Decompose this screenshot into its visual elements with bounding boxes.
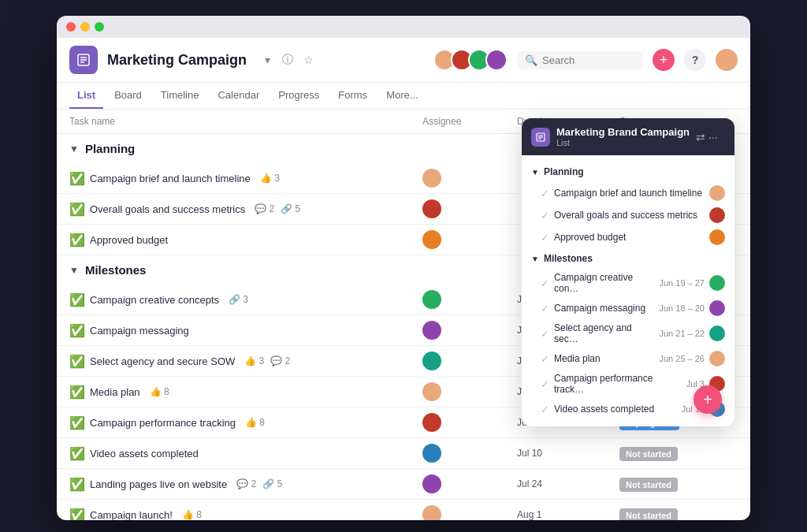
project-title: Marketing Campaign	[107, 52, 247, 69]
task-name-cell: ✅ Campaign creative concepts 🔗 3	[69, 292, 422, 307]
panel-check-icon: ✓	[541, 353, 549, 365]
panel-add-button[interactable]: +	[694, 385, 722, 414]
tab-board[interactable]: Board	[106, 83, 150, 109]
assignee-avatar	[422, 230, 441, 249]
panel-header: Marketing Brand Campaign List ⇄ ···	[522, 118, 734, 155]
avatar-group	[433, 49, 508, 71]
assignee-avatar	[422, 382, 441, 401]
panel-section-milestones-label: Milestones	[544, 253, 593, 264]
assignee-avatar	[422, 444, 441, 463]
task-name: Landing pages live on website	[90, 478, 227, 490]
date-cell: Jul 24	[517, 478, 619, 489]
panel-arrow-icon: ▼	[531, 168, 539, 177]
task-name: Approved budget	[90, 234, 168, 246]
th-assignee: Assignee	[422, 116, 517, 127]
assignee-avatar	[422, 169, 441, 188]
task-name-cell: ✅ Select agency and secure SOW 👍 3 💬 2	[69, 354, 422, 368]
list-item[interactable]: ✓ Select agency and sec… Jun 21 – 22	[522, 319, 734, 348]
info-icon[interactable]: ⓘ	[280, 52, 296, 68]
panel-task-name: Campaign creative con…	[554, 272, 655, 294]
panel-title: Marketing Brand Campaign	[556, 126, 690, 138]
table-row[interactable]: ✅ Campaign launch! 👍 8 Aug 1 Not started	[57, 500, 750, 520]
panel-settings-icon[interactable]: ⇄	[696, 131, 705, 143]
panel-check-icon: ✓	[541, 328, 549, 340]
section-arrow-icon: ▼	[69, 143, 79, 154]
screen-container: Marketing Campaign ▾ ⓘ ☆ 🔍 + ? L	[57, 16, 750, 520]
check-icon: ✅	[69, 415, 84, 430]
list-item[interactable]: ✓ Media plan Jun 25 – 26	[522, 348, 734, 370]
task-name: Overall goals and success metrics	[90, 203, 245, 215]
panel-check-icon: ✓	[541, 378, 549, 390]
assignee-avatar	[422, 290, 441, 309]
minimize-dot[interactable]	[80, 22, 90, 32]
panel-task-avatar	[709, 275, 725, 291]
status-cell: Not started	[619, 477, 738, 492]
star-icon[interactable]: ☆	[300, 52, 316, 68]
assignee-cell	[422, 505, 517, 520]
panel-check-icon: ✓	[541, 303, 549, 314]
user-avatar[interactable]	[716, 49, 738, 71]
panel-task-name: Overall goals and success metrics	[554, 210, 705, 221]
check-icon: ✅	[69, 446, 84, 460]
panel-task-date: Jun 25 – 26	[660, 354, 705, 363]
tab-calendar[interactable]: Calendar	[210, 83, 267, 109]
maximize-dot[interactable]	[95, 22, 104, 32]
task-meta: 👍 3 💬 2	[244, 355, 290, 366]
panel-section-planning[interactable]: ▼ Planning	[522, 162, 734, 182]
panel-task-avatar	[709, 185, 725, 201]
check-icon: ✅	[69, 202, 84, 216]
task-name: Campaign messaging	[90, 325, 189, 337]
panel-task-avatar	[709, 326, 725, 341]
task-name: Campaign performance tracking	[90, 417, 236, 429]
task-meta: 👍 8	[150, 386, 169, 397]
panel-task-date: Jun 18 – 20	[660, 303, 705, 313]
close-dot[interactable]	[66, 22, 76, 32]
dropdown-arrow-icon[interactable]: ▾	[259, 52, 275, 68]
task-name-cell: ✅ Overall goals and success metrics 💬 2 …	[69, 202, 422, 216]
panel-icons: ⇄ ···	[696, 131, 718, 143]
list-item[interactable]: ✓ Campaign creative con… Jun 19 – 27	[522, 269, 734, 297]
assignee-cell	[422, 230, 517, 249]
task-name: Video assets completed	[90, 448, 199, 459]
date-cell: Jul 10	[517, 448, 619, 459]
tab-more[interactable]: More...	[378, 83, 426, 109]
list-item[interactable]: ✓ Approved budget	[522, 226, 734, 248]
panel-more-icon[interactable]: ···	[708, 131, 718, 143]
panel-check-icon: ✓	[541, 404, 549, 415]
add-button[interactable]: +	[653, 49, 675, 71]
title-bar	[57, 16, 750, 38]
help-button[interactable]: ?	[684, 49, 706, 71]
check-icon: ✅	[69, 292, 84, 307]
tab-progress[interactable]: Progress	[270, 83, 327, 109]
panel-section-planning-label: Planning	[544, 166, 584, 177]
assignee-avatar	[422, 352, 441, 370]
panel-task-name: Select agency and sec…	[554, 322, 655, 344]
like-icon: 👍 8	[245, 417, 265, 428]
search-input[interactable]	[542, 54, 635, 66]
search-bar[interactable]: 🔍	[517, 51, 643, 69]
link-icon: 🔗 3	[229, 294, 248, 305]
status-badge: Not started	[619, 478, 678, 492]
table-row[interactable]: ✅ Landing pages live on website 💬 2 🔗 5 …	[57, 469, 750, 500]
link-icon: 🔗 5	[262, 478, 282, 489]
status-cell: Not started	[619, 446, 738, 461]
task-meta: 🔗 3	[229, 294, 248, 305]
list-item[interactable]: ✓ Overall goals and success metrics	[522, 204, 734, 226]
tab-timeline[interactable]: Timeline	[153, 83, 207, 109]
task-name-cell: ✅ Landing pages live on website 💬 2 🔗 5	[69, 477, 422, 491]
panel-subtitle: List	[556, 138, 690, 147]
task-name-cell: ✅ Campaign messaging	[69, 323, 422, 337]
check-icon: ✅	[69, 477, 84, 491]
panel-section-milestones[interactable]: ▼ Milestones	[522, 248, 734, 269]
list-item[interactable]: ✓ Campaign brief and launch timeline	[522, 182, 734, 204]
task-name: Campaign launch!	[90, 509, 173, 521]
task-name-cell: ✅ Approved budget	[69, 233, 422, 247]
nav-tabs: List Board Timeline Calendar Progress Fo…	[57, 83, 750, 110]
tab-forms[interactable]: Forms	[330, 83, 375, 109]
panel-check-icon: ✓	[541, 210, 549, 221]
list-item[interactable]: ✓ Campaign messaging Jun 18 – 20	[522, 297, 734, 319]
tab-list[interactable]: List	[69, 83, 103, 109]
table-row[interactable]: ✅ Video assets completed Jul 10 Not star…	[57, 438, 750, 469]
task-name-cell: ✅ Campaign brief and launch timeline 👍 3	[69, 171, 422, 185]
assignee-cell	[422, 199, 517, 218]
